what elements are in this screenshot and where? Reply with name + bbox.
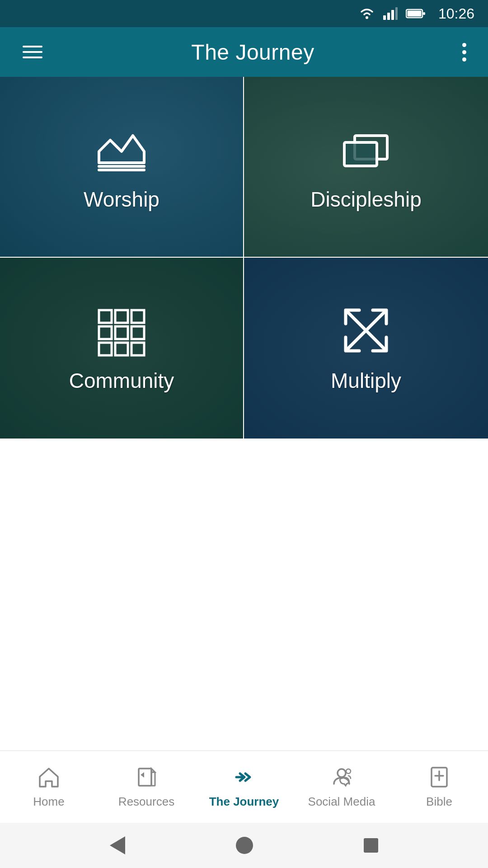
svg-rect-24 <box>139 769 151 786</box>
svg-rect-1 <box>383 15 386 20</box>
back-triangle-icon <box>110 836 125 854</box>
worship-content: Worship <box>84 122 160 212</box>
back-button[interactable] <box>110 836 125 854</box>
more-options-button[interactable] <box>459 39 470 65</box>
status-bar: 10:26 <box>0 0 488 27</box>
multiply-label: Multiply <box>331 368 401 393</box>
svg-rect-17 <box>115 326 128 339</box>
discipleship-label: Discipleship <box>310 187 421 212</box>
svg-rect-21 <box>131 343 144 355</box>
svg-rect-15 <box>131 310 144 323</box>
resources-icon <box>134 765 159 789</box>
home-button[interactable] <box>236 837 253 854</box>
nav-social-media-label: Social Media <box>308 795 375 809</box>
recents-square-icon <box>364 838 378 853</box>
nav-the-journey[interactable]: The Journey <box>195 758 293 816</box>
discipleship-cell[interactable]: Discipleship <box>244 77 488 258</box>
nav-home-label: Home <box>33 795 64 809</box>
expand-icon <box>339 303 393 358</box>
svg-rect-18 <box>131 326 144 339</box>
svg-rect-26 <box>151 772 155 786</box>
main-grid: Worship Discipleship <box>0 77 488 439</box>
screens-icon <box>339 122 393 176</box>
dot-2 <box>462 50 466 54</box>
svg-rect-14 <box>115 310 128 323</box>
signal-icon <box>383 7 398 20</box>
svg-rect-20 <box>115 343 128 355</box>
recents-button[interactable] <box>364 838 378 853</box>
menu-line-3 <box>23 57 42 58</box>
worship-cell[interactable]: Worship <box>0 77 244 258</box>
nav-bible[interactable]: Bible <box>390 758 488 816</box>
nav-resources[interactable]: Resources <box>98 758 195 816</box>
battery-icon <box>406 8 426 19</box>
svg-point-28 <box>338 769 346 777</box>
menu-line-2 <box>23 51 42 53</box>
system-nav <box>0 823 488 868</box>
nav-home[interactable]: Home <box>0 758 98 816</box>
dot-1 <box>462 43 466 47</box>
svg-rect-2 <box>387 13 390 20</box>
multiply-content: Multiply <box>331 303 401 393</box>
the-journey-icon <box>232 765 256 789</box>
svg-rect-16 <box>99 326 112 339</box>
app-title: The Journey <box>47 40 459 65</box>
content-area <box>0 439 488 750</box>
svg-point-0 <box>366 16 368 19</box>
nav-social-media[interactable]: Social Media <box>293 758 390 816</box>
svg-rect-4 <box>395 7 398 20</box>
nav-resources-label: Resources <box>118 795 174 809</box>
worship-label: Worship <box>84 187 160 212</box>
svg-rect-13 <box>99 310 112 323</box>
home-circle-icon <box>236 837 253 854</box>
multiply-cell[interactable]: Multiply <box>244 258 488 439</box>
nav-the-journey-label: The Journey <box>209 795 279 809</box>
svg-rect-12 <box>346 144 375 165</box>
home-icon <box>37 765 61 789</box>
bottom-nav: Home Resources The Journey <box>0 750 488 823</box>
svg-rect-6 <box>407 11 421 17</box>
community-cell[interactable]: Community <box>0 258 244 439</box>
svg-point-29 <box>346 769 351 774</box>
wifi-icon <box>359 7 375 20</box>
community-label: Community <box>69 368 174 393</box>
grid-icon <box>94 303 149 358</box>
svg-marker-27 <box>141 772 144 778</box>
svg-rect-3 <box>391 10 394 20</box>
bible-icon <box>427 765 451 789</box>
app-bar: The Journey <box>0 27 488 77</box>
social-media-icon <box>329 765 354 789</box>
menu-button[interactable] <box>18 41 47 63</box>
menu-line-1 <box>23 46 42 47</box>
svg-rect-19 <box>99 343 112 355</box>
status-time: 10:26 <box>438 5 474 22</box>
community-content: Community <box>69 303 174 393</box>
svg-rect-7 <box>423 12 425 15</box>
dot-3 <box>462 57 466 61</box>
nav-bible-label: Bible <box>426 795 452 809</box>
discipleship-content: Discipleship <box>310 122 421 212</box>
crown-icon <box>94 122 149 176</box>
